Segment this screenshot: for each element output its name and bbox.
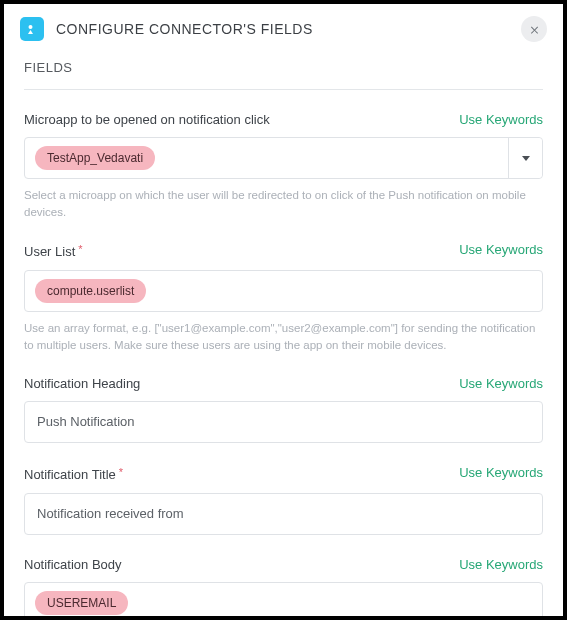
use-keywords-userlist[interactable]: Use Keywords — [459, 242, 543, 257]
field-userlist: User List* Use Keywords compute.userlist… — [24, 242, 543, 353]
body-input[interactable]: USEREMAIL — [24, 582, 543, 616]
use-keywords-body[interactable]: Use Keywords — [459, 557, 543, 572]
field-label-body: Notification Body — [24, 557, 122, 572]
close-button[interactable] — [521, 16, 547, 42]
heading-input[interactable]: Push Notification — [24, 401, 543, 443]
userlist-input[interactable]: compute.userlist — [24, 270, 543, 312]
field-label-userlist: User List — [24, 244, 75, 259]
microapp-dropdown[interactable]: TestApp_Vedavati — [24, 137, 543, 179]
chevron-down-icon — [522, 156, 530, 161]
microapp-dropdown-toggle[interactable] — [508, 138, 542, 178]
connector-brand-icon — [20, 17, 44, 41]
configure-connector-modal: CONFIGURE CONNECTOR'S FIELDS FIELDS Micr… — [4, 4, 563, 616]
title-value: Notification received from — [35, 504, 186, 523]
field-label-heading: Notification Heading — [24, 376, 140, 391]
field-heading: Notification Heading Use Keywords Push N… — [24, 376, 543, 443]
modal-content: FIELDS Microapp to be opened on notifica… — [4, 54, 563, 616]
field-label-title: Notification Title — [24, 467, 116, 482]
heading-value: Push Notification — [35, 412, 137, 431]
field-label-microapp: Microapp to be opened on notification cl… — [24, 112, 270, 127]
body-value-chip: USEREMAIL — [35, 591, 128, 615]
title-input[interactable]: Notification received from — [24, 493, 543, 535]
close-icon — [529, 24, 540, 35]
field-body: Notification Body Use Keywords USEREMAIL — [24, 557, 543, 616]
field-microapp: Microapp to be opened on notification cl… — [24, 112, 543, 220]
required-indicator: * — [78, 243, 82, 255]
userlist-helper: Use an array format, e.g. ["user1@exampl… — [24, 320, 543, 353]
required-indicator: * — [119, 466, 123, 478]
section-label: FIELDS — [24, 54, 543, 90]
modal-header: CONFIGURE CONNECTOR'S FIELDS — [4, 4, 563, 54]
microapp-value-chip: TestApp_Vedavati — [35, 146, 155, 170]
modal-title: CONFIGURE CONNECTOR'S FIELDS — [56, 21, 521, 37]
use-keywords-microapp[interactable]: Use Keywords — [459, 112, 543, 127]
use-keywords-heading[interactable]: Use Keywords — [459, 376, 543, 391]
userlist-value-chip: compute.userlist — [35, 279, 146, 303]
use-keywords-title[interactable]: Use Keywords — [459, 465, 543, 480]
microapp-helper: Select a microapp on which the user will… — [24, 187, 543, 220]
field-title: Notification Title* Use Keywords Notific… — [24, 465, 543, 535]
